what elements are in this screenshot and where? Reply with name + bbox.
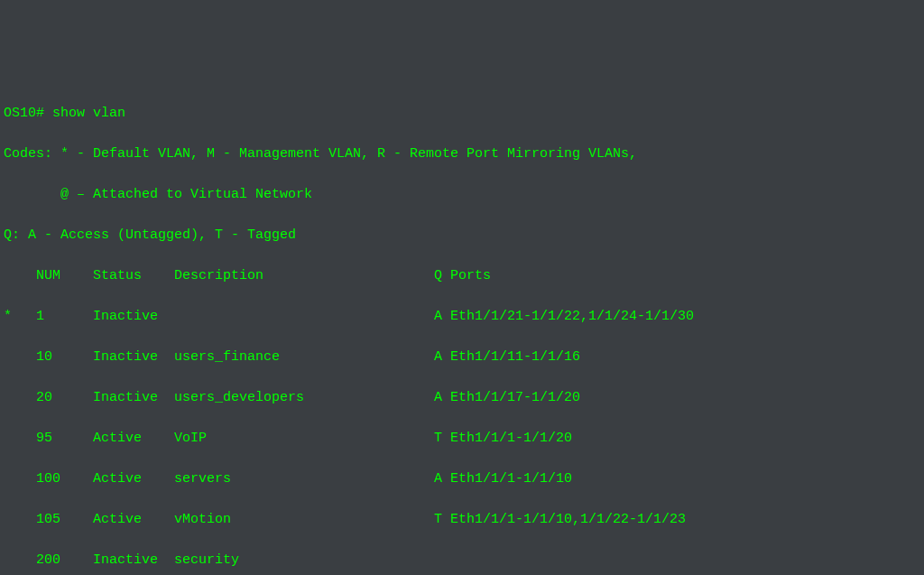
codes-line-1: Codes: * - Default VLAN, M - Management … [4,144,920,165]
terminal-output: OS10# show vlan Codes: * - Default VLAN,… [4,83,920,575]
vlan-row: 20 Inactive users_developers A Eth1/1/17… [4,388,920,409]
vlan-row: 95 Active VoIP T Eth1/1/1-1/1/20 [4,429,920,450]
cmd-show-vlan: OS10# show vlan [4,104,920,125]
vlan-row: * 1 Inactive A Eth1/1/21-1/1/22,1/1/24-1… [4,307,920,328]
codes-line-2: @ – Attached to Virtual Network [4,185,920,206]
vlan-row: 105 Active vMotion T Eth1/1/1-1/1/10,1/1… [4,510,920,531]
vlan-row: 10 Inactive users_finance A Eth1/1/11-1/… [4,348,920,368]
vlan-row: 100 Active servers A Eth1/1/1-1/1/10 [4,469,920,490]
vlan-table-header: NUM Status Description Q Ports [4,266,920,287]
q-legend: Q: A - Access (Untagged), T - Tagged [4,226,920,246]
vlan-row: 200 Inactive security [4,551,920,571]
